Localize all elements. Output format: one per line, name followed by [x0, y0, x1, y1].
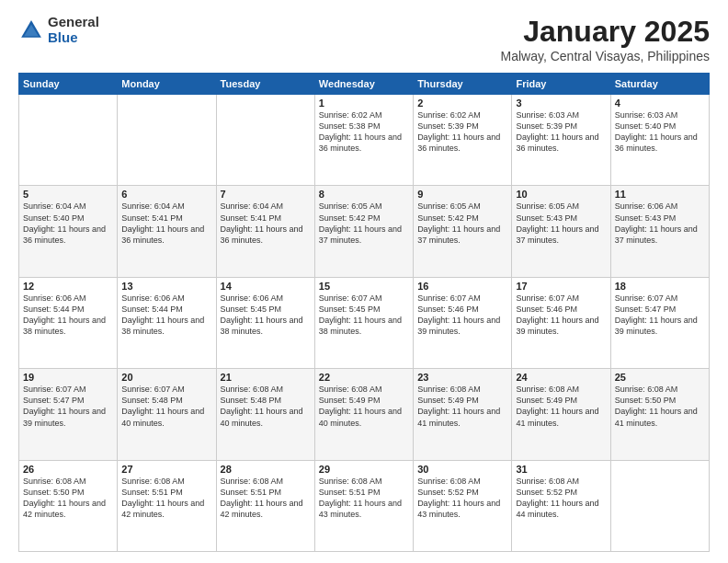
month-title: January 2025: [501, 15, 710, 49]
calendar-cell: 21Sunrise: 6:08 AMSunset: 5:48 PMDayligh…: [216, 369, 314, 460]
calendar-week-row: 19Sunrise: 6:07 AMSunset: 5:47 PMDayligh…: [19, 369, 710, 460]
day-info: Sunrise: 6:07 AMSunset: 5:46 PMDaylight:…: [417, 293, 507, 338]
title-block: January 2025 Malway, Central Visayas, Ph…: [501, 15, 710, 63]
calendar-day-header: Thursday: [414, 74, 512, 95]
day-number: 19: [23, 372, 113, 383]
calendar-cell: 25Sunrise: 6:08 AMSunset: 5:50 PMDayligh…: [610, 369, 709, 460]
day-number: 31: [516, 464, 606, 475]
calendar-cell: 6Sunrise: 6:04 AMSunset: 5:41 PMDaylight…: [118, 186, 216, 277]
day-info: Sunrise: 6:07 AMSunset: 5:47 PMDaylight:…: [615, 293, 705, 338]
calendar-cell: 15Sunrise: 6:07 AMSunset: 5:45 PMDayligh…: [314, 277, 413, 368]
calendar-cell: 17Sunrise: 6:07 AMSunset: 5:46 PMDayligh…: [512, 277, 610, 368]
calendar-cell: 3Sunrise: 6:03 AMSunset: 5:39 PMDaylight…: [512, 95, 610, 186]
page: General Blue January 2025 Malway, Centra…: [0, 0, 728, 563]
day-info: Sunrise: 6:08 AMSunset: 5:52 PMDaylight:…: [516, 476, 606, 521]
calendar-day-header: Tuesday: [216, 74, 314, 95]
day-info: Sunrise: 6:02 AMSunset: 5:39 PMDaylight:…: [417, 109, 507, 155]
calendar-week-row: 26Sunrise: 6:08 AMSunset: 5:50 PMDayligh…: [19, 460, 710, 551]
day-number: 3: [516, 98, 606, 109]
location: Malway, Central Visayas, Philippines: [501, 49, 710, 63]
day-number: 2: [417, 98, 507, 109]
calendar-cell: 28Sunrise: 6:08 AMSunset: 5:51 PMDayligh…: [216, 460, 314, 551]
day-info: Sunrise: 6:07 AMSunset: 5:46 PMDaylight:…: [516, 293, 606, 338]
day-number: 17: [516, 281, 606, 292]
header: General Blue January 2025 Malway, Centra…: [18, 15, 710, 63]
day-info: Sunrise: 6:06 AMSunset: 5:45 PMDaylight:…: [221, 293, 311, 338]
day-number: 1: [319, 98, 409, 109]
calendar-cell: [19, 95, 118, 186]
calendar-day-header: Saturday: [610, 74, 709, 95]
calendar-cell: 27Sunrise: 6:08 AMSunset: 5:51 PMDayligh…: [118, 460, 216, 551]
day-info: Sunrise: 6:03 AMSunset: 5:40 PMDaylight:…: [615, 109, 705, 155]
day-info: Sunrise: 6:04 AMSunset: 5:40 PMDaylight:…: [23, 201, 113, 246]
calendar-cell: 7Sunrise: 6:04 AMSunset: 5:41 PMDaylight…: [216, 186, 314, 277]
day-number: 23: [417, 372, 507, 383]
calendar-cell: 2Sunrise: 6:02 AMSunset: 5:39 PMDaylight…: [414, 95, 512, 186]
calendar-cell: 14Sunrise: 6:06 AMSunset: 5:45 PMDayligh…: [216, 277, 314, 368]
calendar-cell: 26Sunrise: 6:08 AMSunset: 5:50 PMDayligh…: [19, 460, 118, 551]
logo-blue-text: Blue: [48, 30, 99, 46]
logo-general-text: General: [48, 15, 99, 30]
calendar-cell: 16Sunrise: 6:07 AMSunset: 5:46 PMDayligh…: [414, 277, 512, 368]
calendar-cell: [610, 460, 709, 551]
day-info: Sunrise: 6:07 AMSunset: 5:48 PMDaylight:…: [121, 384, 211, 429]
day-info: Sunrise: 6:08 AMSunset: 5:51 PMDaylight:…: [319, 476, 409, 521]
day-info: Sunrise: 6:05 AMSunset: 5:43 PMDaylight:…: [516, 201, 606, 246]
day-number: 30: [417, 464, 507, 475]
logo-icon: [18, 17, 44, 43]
day-number: 24: [516, 372, 606, 383]
calendar: SundayMondayTuesdayWednesdayThursdayFrid…: [18, 73, 710, 552]
day-number: 5: [23, 189, 113, 200]
calendar-cell: 8Sunrise: 6:05 AMSunset: 5:42 PMDaylight…: [314, 186, 413, 277]
day-number: 9: [417, 189, 507, 200]
day-info: Sunrise: 6:08 AMSunset: 5:52 PMDaylight:…: [417, 476, 507, 521]
day-info: Sunrise: 6:06 AMSunset: 5:43 PMDaylight:…: [615, 201, 705, 246]
calendar-cell: 5Sunrise: 6:04 AMSunset: 5:40 PMDaylight…: [19, 186, 118, 277]
calendar-cell: 24Sunrise: 6:08 AMSunset: 5:49 PMDayligh…: [512, 369, 610, 460]
day-number: 25: [615, 372, 705, 383]
calendar-header-row: SundayMondayTuesdayWednesdayThursdayFrid…: [19, 74, 710, 95]
day-number: 29: [319, 464, 409, 475]
day-info: Sunrise: 6:08 AMSunset: 5:51 PMDaylight:…: [221, 476, 311, 521]
logo-text: General Blue: [48, 15, 99, 45]
day-number: 8: [319, 189, 409, 200]
calendar-day-header: Wednesday: [314, 74, 413, 95]
day-number: 7: [221, 189, 311, 200]
day-info: Sunrise: 6:02 AMSunset: 5:38 PMDaylight:…: [319, 109, 409, 155]
day-number: 13: [121, 281, 211, 292]
logo: General Blue: [18, 15, 99, 45]
calendar-cell: 30Sunrise: 6:08 AMSunset: 5:52 PMDayligh…: [414, 460, 512, 551]
calendar-cell: 23Sunrise: 6:08 AMSunset: 5:49 PMDayligh…: [414, 369, 512, 460]
day-number: 15: [319, 281, 409, 292]
calendar-cell: 22Sunrise: 6:08 AMSunset: 5:49 PMDayligh…: [314, 369, 413, 460]
day-info: Sunrise: 6:03 AMSunset: 5:39 PMDaylight:…: [516, 109, 606, 155]
day-info: Sunrise: 6:08 AMSunset: 5:49 PMDaylight:…: [516, 384, 606, 429]
day-number: 14: [221, 281, 311, 292]
day-info: Sunrise: 6:08 AMSunset: 5:48 PMDaylight:…: [221, 384, 311, 429]
day-info: Sunrise: 6:06 AMSunset: 5:44 PMDaylight:…: [121, 293, 211, 338]
calendar-cell: 9Sunrise: 6:05 AMSunset: 5:42 PMDaylight…: [414, 186, 512, 277]
calendar-day-header: Sunday: [19, 74, 118, 95]
day-number: 10: [516, 189, 606, 200]
day-number: 6: [121, 189, 211, 200]
calendar-cell: 18Sunrise: 6:07 AMSunset: 5:47 PMDayligh…: [610, 277, 709, 368]
day-info: Sunrise: 6:08 AMSunset: 5:50 PMDaylight:…: [23, 476, 113, 521]
calendar-week-row: 1Sunrise: 6:02 AMSunset: 5:38 PMDaylight…: [19, 95, 710, 186]
calendar-day-header: Monday: [118, 74, 216, 95]
calendar-cell: 19Sunrise: 6:07 AMSunset: 5:47 PMDayligh…: [19, 369, 118, 460]
day-number: 12: [23, 281, 113, 292]
day-number: 27: [121, 464, 211, 475]
calendar-week-row: 12Sunrise: 6:06 AMSunset: 5:44 PMDayligh…: [19, 277, 710, 368]
calendar-cell: 4Sunrise: 6:03 AMSunset: 5:40 PMDaylight…: [610, 95, 709, 186]
calendar-cell: 13Sunrise: 6:06 AMSunset: 5:44 PMDayligh…: [118, 277, 216, 368]
day-info: Sunrise: 6:08 AMSunset: 5:50 PMDaylight:…: [615, 384, 705, 429]
day-number: 21: [221, 372, 311, 383]
day-info: Sunrise: 6:05 AMSunset: 5:42 PMDaylight:…: [417, 201, 507, 246]
day-info: Sunrise: 6:07 AMSunset: 5:47 PMDaylight:…: [23, 384, 113, 429]
calendar-cell: 10Sunrise: 6:05 AMSunset: 5:43 PMDayligh…: [512, 186, 610, 277]
day-info: Sunrise: 6:08 AMSunset: 5:49 PMDaylight:…: [417, 384, 507, 429]
calendar-cell: [216, 95, 314, 186]
day-number: 4: [615, 98, 705, 109]
day-number: 26: [23, 464, 113, 475]
day-info: Sunrise: 6:05 AMSunset: 5:42 PMDaylight:…: [319, 201, 409, 246]
